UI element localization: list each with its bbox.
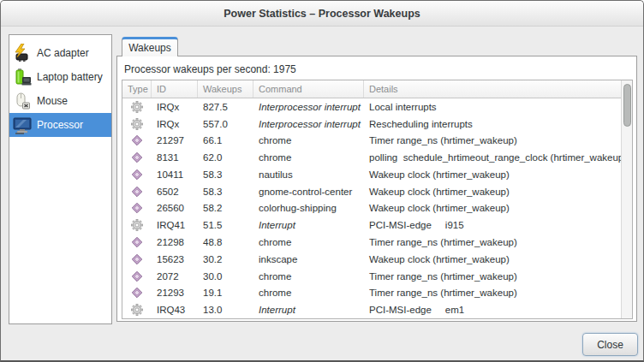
table-row[interactable]: IRQx 557.0 Interprocessor interrupt Resc… [122, 116, 632, 133]
tab-label: Wakeups [128, 42, 171, 54]
cell-type [122, 304, 152, 316]
cell-command: chrome [253, 288, 364, 298]
table-row[interactable]: 21293 19.1 chrome Timer range_ns (hrtime… [122, 284, 632, 301]
table-row[interactable]: 15623 30.2 inkscape Wakeup clock (hrtime… [122, 251, 632, 268]
interrupt-gear-icon [131, 304, 143, 316]
table-row[interactable]: 21297 66.1 chrome Timer range_ns (hrtime… [122, 133, 632, 150]
sidebar-item-mouse[interactable]: Mouse [9, 89, 111, 113]
cell-id: 21293 [152, 288, 198, 298]
cell-command: Interprocessor interrupt [253, 102, 364, 112]
cell-details: Timer range_ns (hrtimer_wakeup) [364, 271, 632, 282]
cell-command: chrome [253, 135, 364, 145]
close-button[interactable]: Close [582, 333, 638, 356]
column-header-id[interactable]: ID [152, 80, 198, 98]
cell-details: PCI-MSI-edge i915 [364, 220, 632, 230]
cell-type [122, 219, 152, 231]
cell-details: Timer range_ns (hrtimer_wakeup) [364, 288, 632, 298]
cell-type [122, 236, 152, 248]
table-row[interactable]: IRQ41 51.5 Interrupt PCI-MSI-edge i915 [122, 217, 632, 234]
process-gem-icon [131, 202, 143, 214]
cell-id: 2072 [152, 271, 198, 282]
cell-id: 26560 [152, 203, 198, 213]
cell-id: IRQ41 [152, 220, 198, 230]
cell-details: Timer range_ns (hrtimer_wakeup) [364, 135, 632, 145]
cell-id: 10411 [152, 169, 198, 180]
column-header-details[interactable]: Details [364, 80, 632, 98]
cell-id: IRQx [152, 119, 198, 129]
cell-wakeups: 827.5 [198, 102, 253, 112]
cell-type [122, 253, 152, 265]
cell-details: Timer range_ns (hrtimer_wakeup) [364, 237, 632, 247]
table-row[interactable]: 8131 62.0 chrome polling schedule_hrtime… [122, 149, 632, 166]
table-row[interactable]: 26560 58.2 colorhug-shipping Wakeup cloc… [122, 200, 632, 217]
cell-type [122, 287, 152, 299]
power-statistics-window: Power Statistics – Processor Wakeups AC … [0, 0, 644, 362]
interrupt-gear-icon [131, 219, 143, 231]
cell-details: Wakeup clock (hrtimer_wakeup) [364, 254, 632, 264]
interrupt-gear-icon [131, 118, 143, 130]
process-gem-icon [131, 186, 143, 198]
table-row[interactable]: 21298 48.8 chrome Timer range_ns (hrtime… [122, 234, 632, 251]
table-scrollbar[interactable] [621, 80, 632, 318]
table-row[interactable]: 2072 30.0 chrome Timer range_ns (hrtimer… [122, 268, 632, 285]
process-gem-icon [131, 169, 143, 181]
cell-wakeups: 30.2 [198, 254, 253, 264]
cell-type [122, 169, 152, 181]
cell-command: inkscape [253, 254, 364, 264]
cell-id: IRQx [152, 102, 198, 112]
cell-command: chrome [253, 237, 364, 247]
cell-wakeups: 66.1 [198, 135, 253, 145]
cell-details: Rescheduling interrupts [364, 119, 632, 129]
titlebar[interactable]: Power Statistics – Processor Wakeups [1, 1, 643, 27]
table-row[interactable]: IRQx 827.5 Interprocessor interrupt Loca… [122, 98, 632, 116]
cell-id: IRQ43 [152, 305, 198, 315]
cell-id: 6502 [152, 187, 198, 197]
table-row[interactable]: 10411 58.3 nautilus Wakeup clock (hrtime… [122, 166, 632, 183]
cell-wakeups: 58.3 [198, 169, 253, 180]
cell-type [122, 202, 152, 214]
cell-details: PCI-MSI-edge em1 [364, 305, 632, 315]
process-gem-icon [131, 134, 143, 146]
cell-details: Wakeup clock (hrtimer_wakeup) [364, 203, 632, 213]
scrollbar-thumb[interactable] [623, 84, 631, 127]
cell-id: 21298 [152, 237, 198, 247]
cell-type [122, 186, 152, 198]
wakeups-summary: Processor wakeups per second: 1975 [124, 63, 296, 75]
laptop-battery-icon [13, 68, 32, 86]
cell-wakeups: 48.8 [198, 237, 253, 247]
cell-type [122, 101, 152, 113]
process-gem-icon [131, 270, 143, 282]
wakeups-table: TypeIDWakeupsCommandDetails IRQx 827.5 I… [122, 80, 633, 319]
wakeups-page: Processor wakeups per second: 1975 TypeI… [116, 56, 637, 322]
sidebar-item-ac-adapter[interactable]: AC adapter [9, 41, 111, 65]
cell-type [122, 134, 152, 146]
cell-id: 15623 [152, 254, 198, 264]
processor-icon [13, 116, 32, 134]
cell-wakeups: 58.3 [198, 187, 253, 197]
process-gem-icon [131, 236, 143, 248]
process-gem-icon [131, 287, 143, 299]
table-row[interactable]: IRQ43 13.0 Interrupt PCI-MSI-edge em1 [122, 301, 632, 318]
mouse-icon [13, 92, 32, 110]
cell-wakeups: 58.2 [198, 203, 253, 213]
cell-details: Local interrupts [364, 102, 632, 112]
cell-wakeups: 51.5 [198, 220, 253, 230]
table-body: IRQx 827.5 Interprocessor interrupt Loca… [122, 98, 632, 318]
process-gem-icon [131, 253, 143, 265]
sidebar-item-label: Laptop battery [37, 71, 103, 83]
sidebar-item-laptop-battery[interactable]: Laptop battery [9, 65, 111, 89]
column-header-wakeups[interactable]: Wakeups [198, 80, 253, 98]
cell-wakeups: 30.0 [198, 271, 253, 282]
cell-wakeups: 19.1 [198, 288, 253, 298]
column-header-type[interactable]: Type [122, 80, 152, 98]
cell-command: colorhug-shipping [253, 203, 364, 213]
column-header-command[interactable]: Command [253, 80, 364, 98]
sidebar-item-processor[interactable]: Processor [9, 113, 111, 137]
cell-id: 8131 [152, 152, 198, 163]
cell-type [122, 270, 152, 282]
table-header: TypeIDWakeupsCommandDetails [122, 80, 632, 98]
table-row[interactable]: 6502 58.3 gnome-control-center Wakeup cl… [122, 183, 632, 200]
sidebar-item-label: Mouse [37, 95, 68, 107]
tab-wakeups[interactable]: Wakeups [122, 37, 178, 56]
cell-type [122, 151, 152, 163]
